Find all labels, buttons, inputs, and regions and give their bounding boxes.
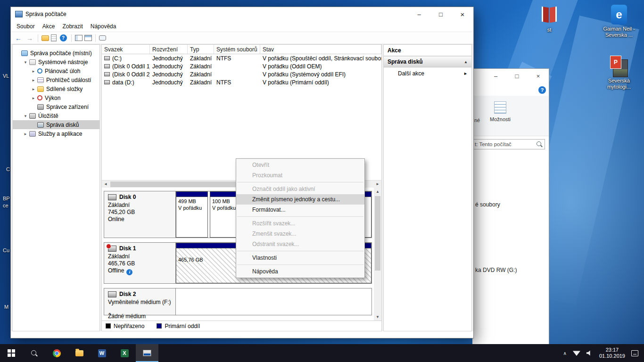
column-header-stav[interactable]: Stav [260,45,381,54]
help-icon[interactable]: ? [538,86,546,94]
explorer-titlebar[interactable]: – □ × [472,69,549,84]
column-header-rozvr-en[interactable]: Rozvržení [150,45,188,54]
word-taskbar-button[interactable]: W [91,344,113,362]
help-icon[interactable] [58,33,68,43]
volume-row-disk-0-odd-l-1[interactable]: (Disk 0 Oddíl 1)JednoduchýZákladníV pořá… [102,62,381,70]
desktop-icon-st-book[interactable]: st [528,5,570,33]
partition[interactable]: 499 MBV pořádku [176,191,208,238]
bubble-icon[interactable] [99,35,106,41]
action-center-icon[interactable] [631,350,638,356]
more-actions-item[interactable]: Další akce ► [384,67,471,80]
expanded-arrow-icon[interactable]: ▾ [23,114,28,118]
tree-item-slu-by-a-aplikace[interactable]: ▸Služby a aplikace [13,129,99,138]
explorer-minimize-button[interactable]: – [485,69,506,83]
partition-status: V pořádku [178,205,206,211]
menu-soubor[interactable]: Soubor [13,22,39,31]
options-button[interactable]: Možnosti [487,99,514,132]
events-icon [37,77,44,83]
network-icon[interactable] [573,350,580,356]
collapsed-arrow-icon[interactable]: ▸ [31,69,36,74]
legend-item-prim-rn-odd-l: Primární oddíl [157,323,200,329]
volume-row-c[interactable]: (C:)JednoduchýZákladníNTFSV pořádku (Spo… [102,54,381,62]
services-icon [29,131,36,137]
explorer-item-fragment[interactable]: é soubory [475,201,500,208]
excel-taskbar-button[interactable]: X [113,344,136,362]
titlebar[interactable]: Správa počítače – □ × [11,7,473,21]
search-taskbar-button[interactable] [23,344,45,362]
volume-row-disk-0-odd-l-2[interactable]: (Disk 0 Oddíl 2)JednoduchýZákladníV pořá… [102,70,381,78]
volume-cell: NTFS [214,79,260,86]
scrollbar-thumb[interactable] [375,196,380,271]
back-icon[interactable] [14,33,23,43]
collapsed-arrow-icon[interactable]: ▸ [31,87,36,91]
explorer-taskbar-button[interactable] [68,344,91,362]
file-explorer-window[interactable]: – □ × ? né Možnosti t: Tento počítač é s… [472,68,549,346]
devices-icon [37,104,44,110]
column-header-svazek[interactable]: Svazek [102,45,150,54]
taskbar: WX ∧ 23:17 01.10.2019 [0,344,644,362]
window-icon[interactable] [84,35,92,41]
tree-item-spr-va-po-ta-e-m-stn[interactable]: Správa počítače (místní) [13,49,99,58]
tree-item-spr-va-disk[interactable]: Správa disků [13,120,99,129]
forward-icon[interactable] [25,33,34,43]
volume-icon [104,56,110,60]
minimize-button[interactable]: – [408,7,430,21]
show-hidden-icons-icon[interactable]: ∧ [563,351,567,356]
tree-item-v-kon[interactable]: ▸Výkon [13,93,99,102]
desktop-icon-severska[interactable]: PSeverská mytologi... [598,56,640,90]
maximize-button[interactable]: □ [430,7,452,21]
desktop-icon-gaiman[interactable]: eGaiman Neil - Severska ... [598,5,640,38]
menu-item-form-tovat[interactable]: Formátovat... [236,205,364,215]
scroll-left-button[interactable]: ◄ [102,181,109,188]
column-header-typ[interactable]: Typ [188,45,214,54]
search-icon[interactable] [536,141,543,148]
menu-n-pov-da[interactable]: Nápověda [87,22,120,31]
explorer-maximize-button[interactable]: □ [506,69,528,83]
vertical-scrollbar[interactable]: ▲ ▼ [374,188,381,321]
volume-row-data-d[interactable]: data (D:)JednoduchýZákladníNTFSV pořádku… [102,78,381,86]
expanded-arrow-icon[interactable]: ▾ [23,60,28,65]
folder-icon[interactable] [41,35,49,41]
clock[interactable]: 23:17 01.10.2019 [599,347,625,359]
disk-label[interactable]: Disk 2Vyměnitelné médium (F:)Žádné médiu… [104,288,176,315]
collapsed-arrow-icon[interactable]: ▸ [31,78,36,82]
collapsed-arrow-icon[interactable]: ▸ [23,132,28,136]
menu-item-vlastnosti[interactable]: Vlastnosti [236,253,364,263]
menu-zobrazit[interactable]: Zobrazit [58,22,86,31]
tree-item-prohl-e-ud-lost[interactable]: ▸Prohlížeč událostí [13,75,99,84]
explorer-close-button[interactable]: × [528,69,549,83]
tree-item-lo-i-t[interactable]: ▾Úložiště [13,111,99,120]
tree-item-syst-mov-n-stroje[interactable]: ▾Systémové nástroje [13,58,99,66]
search-input[interactable]: t: Tento počítač [472,139,545,149]
explorer-item-fragment[interactable]: ka DVD RW (G:) [475,267,517,273]
doc-icon[interactable] [51,34,57,41]
menu-item-zm-nit-p-smeno-jednotky-a-cestu[interactable]: Změnit písmeno jednotky a cestu... [236,194,364,205]
disk-label[interactable]: Disk 0Základní745,20 GBOnline [104,191,176,238]
volume-icon[interactable] [586,350,593,356]
panes-icon[interactable] [75,35,83,41]
scroll-right-button[interactable]: ► [374,181,381,188]
start-taskbar-button[interactable] [0,344,23,362]
chrome-taskbar-button[interactable] [45,344,68,362]
disk-label[interactable]: Disk 1Základní465,76 GBOfflinei [104,243,176,283]
scroll-up-button[interactable]: ▲ [374,188,381,195]
tree-item-sd-len-slo-ky[interactable]: ▸Sdílené složky [13,84,99,93]
info-icon[interactable]: i [126,269,132,275]
actions-group-header[interactable]: Správa disků ▲ [384,57,471,67]
close-button[interactable]: × [452,7,473,21]
menu-item-ozna-it-odd-l-jako-aktivn: Označit oddíl jako aktivní [236,184,364,194]
tree-item-spr-vce-za-zen[interactable]: Správce zařízení [13,102,99,111]
diskmgmt-taskbar-button[interactable] [136,344,158,362]
scroll-down-button[interactable]: ▼ [374,313,381,321]
tree-item-pl-nova-loh[interactable]: ▸Plánovač úloh [13,66,99,75]
menu-item-prozkoumat: Prozkoumat [236,170,364,181]
collapsed-arrow-icon[interactable]: ▸ [31,96,36,100]
collapse-icon[interactable]: ▲ [464,60,468,64]
column-header-syst-m-soubor[interactable]: Systém souborů [214,45,260,54]
menu-akce[interactable]: Akce [39,22,59,31]
shared-icon [37,86,44,92]
volume-cell: Základní [188,71,214,78]
menu-item-n-pov-da[interactable]: Nápověda [236,266,364,277]
actions-pane: Akce Správa disků ▲ Další akce ► [383,44,472,331]
menu-separator [237,216,363,217]
